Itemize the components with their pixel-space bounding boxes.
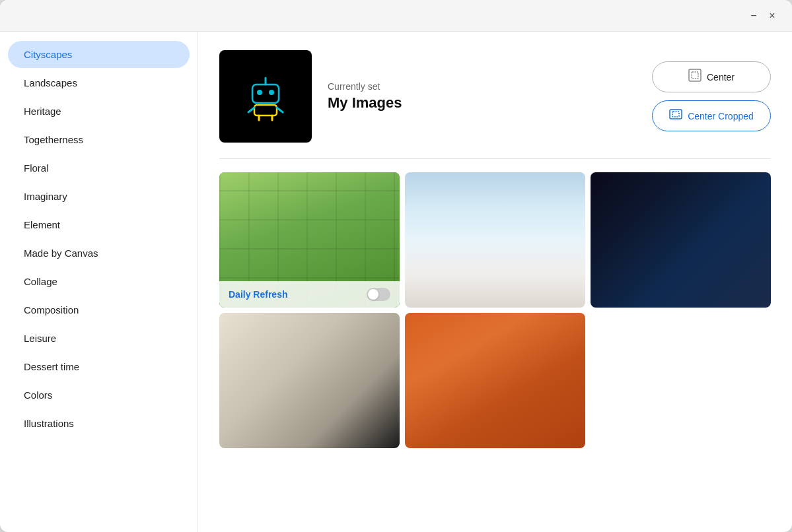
grid-item-img6[interactable] — [591, 313, 771, 448]
my-images-title: My Images — [328, 94, 631, 112]
svg-point-2 — [257, 90, 262, 95]
daily-refresh-label: Daily Refresh — [229, 289, 287, 300]
image-img2 — [405, 172, 585, 308]
center-icon — [688, 69, 702, 85]
svg-rect-4 — [254, 105, 277, 116]
grid-item-img4[interactable] — [219, 313, 400, 448]
center-button[interactable]: Center — [652, 61, 771, 92]
daily-refresh-toggle[interactable] — [367, 288, 390, 301]
sidebar-item-imaginary[interactable]: Imaginary — [8, 183, 190, 210]
sidebar-item-heritage[interactable]: Heritage — [8, 98, 190, 125]
sidebar-item-cityscapes[interactable]: Cityscapes — [8, 41, 190, 68]
image-img3 — [591, 172, 771, 308]
svg-rect-9 — [689, 69, 701, 81]
svg-line-7 — [248, 108, 254, 112]
header-actions: Center Center Cropped — [652, 61, 771, 131]
sidebar-item-illustrations[interactable]: Illustrations — [8, 410, 190, 437]
image-img5 — [405, 313, 585, 448]
image-img4 — [219, 313, 400, 448]
center-button-label: Center — [707, 72, 735, 83]
sidebar-item-togetherness[interactable]: Togetherness — [8, 126, 190, 153]
sidebar-item-made-by-canvas[interactable]: Made by Canvas — [8, 240, 190, 267]
svg-rect-1 — [252, 84, 279, 103]
close-button[interactable]: × — [763, 7, 781, 25]
svg-rect-10 — [692, 72, 698, 79]
image-img6 — [591, 313, 771, 448]
sidebar-item-element[interactable]: Element — [8, 211, 190, 238]
svg-line-8 — [277, 108, 283, 112]
robot-icon — [239, 70, 292, 123]
svg-rect-11 — [670, 110, 682, 119]
grid-item-img5[interactable] — [405, 313, 585, 448]
sidebar-item-leisure[interactable]: Leisure — [8, 325, 190, 352]
center-cropped-icon — [669, 108, 682, 124]
image-grid: Daily Refresh — [219, 172, 771, 448]
minimize-button[interactable]: − — [744, 7, 763, 25]
daily-refresh-overlay: Daily Refresh — [219, 281, 400, 308]
header-row: Currently set My Images Center — [219, 50, 771, 143]
divider — [219, 158, 771, 159]
sidebar-item-colors[interactable]: Colors — [8, 382, 190, 409]
sidebar-item-landscapes[interactable]: Landscapes — [8, 69, 190, 96]
sidebar-item-floral[interactable]: Floral — [8, 154, 190, 182]
content-area: Currently set My Images Center — [198, 32, 792, 532]
grid-item-img2[interactable] — [405, 172, 585, 308]
main-layout: CityscapesLandscapesHeritageTogetherness… — [0, 32, 792, 532]
sidebar-item-dessert-time[interactable]: Dessert time — [8, 353, 190, 380]
sidebar-item-composition[interactable]: Composition — [8, 296, 190, 323]
header-info: Currently set My Images — [328, 81, 631, 112]
grid-item-img1[interactable]: Daily Refresh — [219, 172, 400, 308]
center-cropped-button-label: Center Cropped — [688, 111, 754, 121]
svg-point-3 — [269, 90, 274, 95]
center-cropped-button[interactable]: Center Cropped — [652, 100, 771, 131]
app-window: − × CityscapesLandscapesHeritageTogether… — [0, 0, 792, 532]
preview-image — [219, 50, 312, 143]
grid-item-img3[interactable] — [591, 172, 771, 308]
titlebar: − × — [0, 0, 792, 32]
sidebar-item-collage[interactable]: Collage — [8, 268, 190, 295]
sidebar: CityscapesLandscapesHeritageTogetherness… — [0, 32, 198, 532]
currently-set-label: Currently set — [328, 81, 631, 92]
svg-rect-12 — [672, 112, 679, 117]
